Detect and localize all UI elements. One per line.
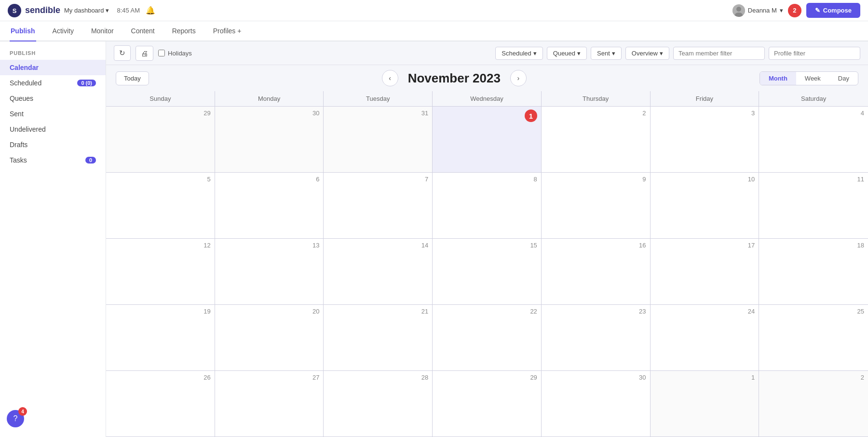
- today-button[interactable]: Today: [116, 71, 149, 85]
- date-number: 12: [110, 242, 211, 249]
- cal-cell[interactable]: 18: [759, 239, 868, 305]
- col-friday: Friday: [651, 91, 760, 106]
- sidebar-item-calendar[interactable]: Calendar: [0, 60, 106, 75]
- nav-item-publish[interactable]: Publish: [10, 21, 36, 42]
- col-monday: Monday: [215, 91, 324, 106]
- topbar-left: S sendible My dashboard ▾ 8:45 AM 🔔: [8, 4, 155, 17]
- sidebar-item-scheduled[interactable]: Scheduled 0 (0): [0, 75, 106, 91]
- dropdown-arrow-icon: ▾: [533, 50, 537, 57]
- date-number: 28: [327, 374, 428, 381]
- date-number: 4: [763, 109, 864, 117]
- nav-item-activity[interactable]: Activity: [52, 21, 75, 42]
- date-number: 20: [219, 308, 320, 315]
- overview-dropdown[interactable]: Overview ▾: [625, 47, 669, 60]
- next-month-button[interactable]: ›: [510, 70, 527, 86]
- cal-cell[interactable]: 12: [106, 239, 215, 305]
- cal-cell[interactable]: 21: [324, 305, 433, 371]
- cal-cell[interactable]: 1: [651, 371, 760, 437]
- holidays-label[interactable]: Holidays: [158, 50, 192, 57]
- date-number: 5: [110, 176, 211, 183]
- cal-cell[interactable]: 20: [215, 305, 324, 371]
- cal-cell[interactable]: 31: [324, 107, 433, 173]
- date-number: 30: [219, 109, 320, 117]
- cal-cell[interactable]: 6: [215, 173, 324, 239]
- cal-cell[interactable]: 13: [215, 239, 324, 305]
- pencil-icon: ✎: [815, 7, 820, 14]
- notification-badge[interactable]: 2: [788, 4, 801, 17]
- team-member-filter[interactable]: [673, 47, 765, 60]
- view-week-button[interactable]: Week: [796, 72, 829, 85]
- dashboard-button[interactable]: My dashboard ▾: [64, 7, 109, 14]
- cal-cell[interactable]: 26: [106, 371, 215, 437]
- cal-cell[interactable]: 14: [324, 239, 433, 305]
- cal-cell[interactable]: 1: [433, 107, 542, 173]
- support-button-container: ? 4: [7, 410, 24, 427]
- date-number: 6: [219, 176, 320, 183]
- cal-cell[interactable]: 8: [433, 173, 542, 239]
- cal-cell[interactable]: 7: [324, 173, 433, 239]
- cal-cell[interactable]: 29: [433, 371, 542, 437]
- month-title: November 2023: [408, 71, 501, 86]
- print-button[interactable]: 🖨: [136, 46, 153, 61]
- date-number: 26: [110, 374, 211, 381]
- sidebar-item-queues[interactable]: Queues: [0, 91, 106, 106]
- cal-cell[interactable]: 27: [215, 371, 324, 437]
- view-month-button[interactable]: Month: [760, 72, 796, 85]
- date-number: 21: [327, 308, 428, 315]
- date-number: 31: [327, 109, 428, 117]
- cal-cell[interactable]: 10: [651, 173, 760, 239]
- prev-month-button[interactable]: ‹: [382, 70, 398, 86]
- cal-cell[interactable]: 16: [542, 239, 651, 305]
- scheduled-dropdown[interactable]: Scheduled ▾: [495, 47, 542, 60]
- cal-cell[interactable]: 25: [759, 305, 868, 371]
- cal-cell[interactable]: 5: [106, 173, 215, 239]
- compose-button[interactable]: ✎ Compose: [806, 3, 860, 18]
- col-thursday: Thursday: [542, 91, 651, 106]
- date-number: 2: [763, 374, 864, 381]
- nav-item-profiles[interactable]: Profiles +: [212, 21, 243, 42]
- cal-cell[interactable]: 23: [542, 305, 651, 371]
- svg-point-3: [736, 7, 741, 12]
- profile-filter[interactable]: [769, 47, 860, 60]
- cal-cell[interactable]: 19: [106, 305, 215, 371]
- calendar-controls: Today ‹ November 2023 › Month Week Day: [106, 65, 868, 91]
- sidebar: PUBLISH Calendar Scheduled 0 (0) Queues …: [0, 41, 106, 437]
- cal-cell[interactable]: 30: [215, 107, 324, 173]
- support-button[interactable]: ? 4: [7, 410, 24, 427]
- cal-cell[interactable]: 11: [759, 173, 868, 239]
- nav-item-reports[interactable]: Reports: [171, 21, 197, 42]
- refresh-button[interactable]: ↻: [114, 45, 131, 61]
- cal-cell[interactable]: 15: [433, 239, 542, 305]
- user-info[interactable]: Deanna M ▾: [732, 4, 783, 17]
- cal-cell[interactable]: 29: [106, 107, 215, 173]
- sidebar-item-undelivered[interactable]: Undelivered: [0, 122, 106, 137]
- date-number: 30: [545, 374, 646, 381]
- topbar-time: 8:45 AM: [117, 7, 140, 14]
- col-tuesday: Tuesday: [324, 91, 433, 106]
- nav-item-monitor[interactable]: Monitor: [90, 21, 115, 42]
- date-number: 18: [763, 242, 864, 249]
- sent-dropdown[interactable]: Sent ▾: [591, 47, 622, 60]
- sidebar-item-sent[interactable]: Sent: [0, 106, 106, 122]
- cal-cell[interactable]: 30: [542, 371, 651, 437]
- sidebar-item-tasks[interactable]: Tasks 0: [0, 152, 106, 168]
- view-day-button[interactable]: Day: [829, 72, 858, 85]
- cal-cell[interactable]: 9: [542, 173, 651, 239]
- support-badge: 4: [18, 407, 27, 416]
- user-name: Deanna M: [748, 7, 777, 14]
- queued-dropdown[interactable]: Queued ▾: [547, 47, 587, 60]
- cal-cell[interactable]: 3: [651, 107, 760, 173]
- holidays-checkbox[interactable]: [158, 50, 165, 56]
- cal-cell[interactable]: 4: [759, 107, 868, 173]
- calendar-header: Sunday Monday Tuesday Wednesday Thursday…: [106, 91, 868, 107]
- sidebar-item-drafts[interactable]: Drafts: [0, 137, 106, 152]
- cal-cell[interactable]: 24: [651, 305, 760, 371]
- cal-cell[interactable]: 2: [542, 107, 651, 173]
- cal-cell[interactable]: 28: [324, 371, 433, 437]
- dashboard-label: My dashboard: [64, 7, 104, 14]
- nav-item-content[interactable]: Content: [130, 21, 156, 42]
- bell-icon[interactable]: 🔔: [146, 6, 155, 15]
- cal-cell[interactable]: 2: [759, 371, 868, 437]
- cal-cell[interactable]: 17: [651, 239, 760, 305]
- cal-cell[interactable]: 22: [433, 305, 542, 371]
